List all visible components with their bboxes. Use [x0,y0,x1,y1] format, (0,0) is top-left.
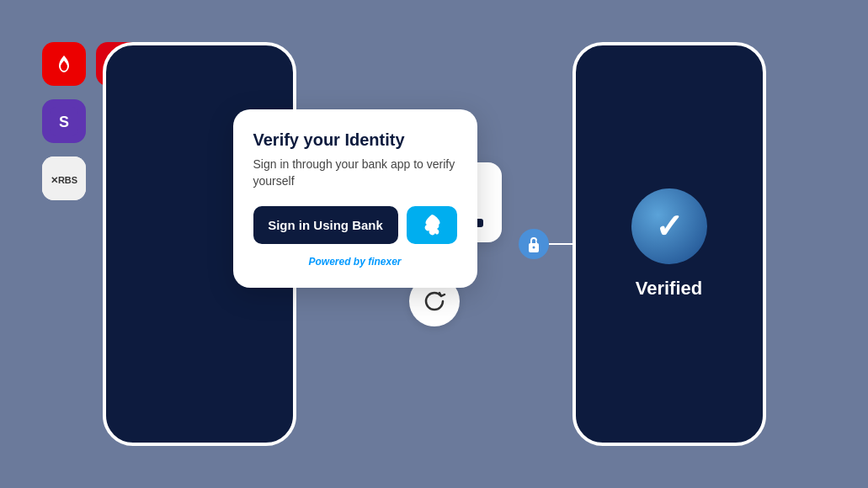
verify-title: Verify your Identity [253,130,457,150]
verified-circle: ✓ [631,188,707,264]
verify-subtitle: Sign in through your bank app to verify … [253,156,457,189]
barclays-button[interactable] [407,206,457,244]
verified-text: Verified [636,278,702,300]
svg-text:✦: ✦ [535,239,540,244]
powered-by: Powered by finexer [253,256,457,268]
verify-btn-row: Sign in Using Bank [253,206,457,244]
svg-text:✕RBS: ✕RBS [51,175,77,185]
santander-icon [42,42,86,86]
main-layout: Verify your Identity Sign in through you… [103,42,766,446]
sign-in-bank-button[interactable]: Sign in Using Bank [253,206,398,244]
right-phone: ✓ Verified [572,42,766,446]
svg-point-12 [532,247,535,249]
rbs-icon: ✕RBS [42,156,86,200]
scene: 🐵 S ✕RBS [0,0,868,488]
verify-card: Verify your Identity Sign in through you… [233,109,477,288]
stash-icon: S [42,99,86,143]
right-lock-icon: ✦ [519,229,549,259]
checkmark-icon: ✓ [655,207,684,246]
right-connector-line [549,243,572,245]
svg-text:S: S [59,114,69,130]
